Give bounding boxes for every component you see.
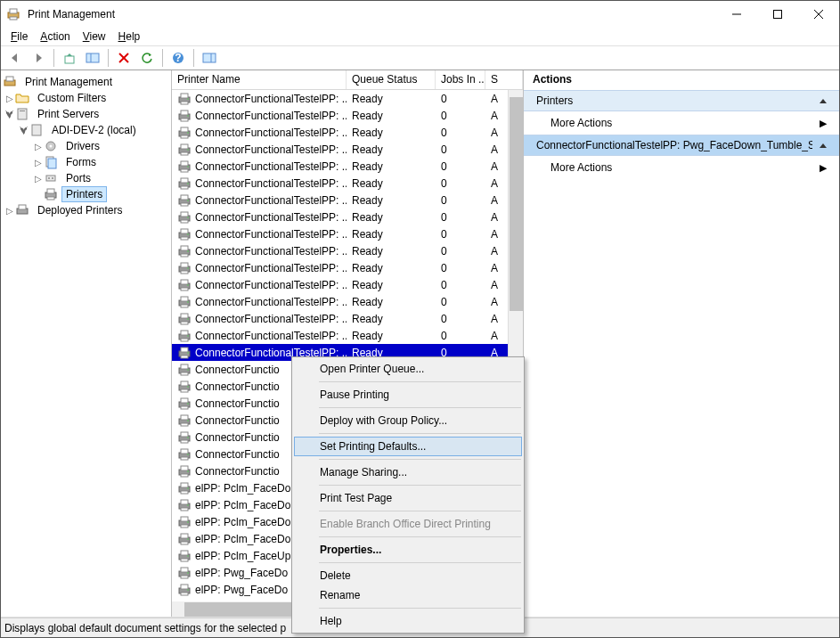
printer-jobs: 0 bbox=[436, 330, 485, 342]
svg-point-140 bbox=[187, 538, 189, 540]
svg-rect-114 bbox=[181, 432, 188, 437]
chevron-right-icon: ▶ bbox=[820, 118, 827, 129]
menu-help[interactable]: Help bbox=[112, 29, 147, 45]
ctx-pause[interactable]: Pause Printing bbox=[294, 385, 522, 405]
ctx-properties[interactable]: Properties... bbox=[294, 540, 522, 560]
tree-printers[interactable]: Printers bbox=[1, 186, 171, 202]
svg-point-52 bbox=[187, 166, 189, 168]
tree-server[interactable]: ⮟ ADI-DEV-2 (local) bbox=[1, 122, 171, 138]
tree-custom-filters[interactable]: ▷ Custom Filters bbox=[1, 90, 171, 106]
forward-button[interactable] bbox=[28, 48, 49, 68]
printer-name: ConnectorFunctio bbox=[195, 364, 280, 376]
tree-panel: Print Management ▷ Custom Filters ⮟ Prin… bbox=[1, 70, 172, 617]
svg-rect-54 bbox=[181, 178, 188, 183]
svg-point-68 bbox=[187, 233, 189, 235]
svg-rect-1 bbox=[10, 9, 17, 13]
printer-name: ConnectorFunctio bbox=[195, 397, 280, 410]
collapse-icon[interactable]: ⮟ bbox=[19, 126, 29, 135]
refresh-button[interactable] bbox=[136, 48, 158, 68]
svg-rect-126 bbox=[181, 483, 188, 487]
svg-rect-87 bbox=[181, 322, 188, 324]
printer-row[interactable]: ConnectorFunctionalTestelPP: ...Ready0A bbox=[172, 276, 523, 293]
up-button[interactable] bbox=[59, 48, 80, 68]
printer-status: Ready bbox=[347, 279, 436, 291]
column-queue-status[interactable]: Queue Status bbox=[347, 70, 436, 89]
menu-file[interactable]: File bbox=[4, 29, 34, 45]
svg-point-92 bbox=[187, 335, 189, 337]
svg-rect-8 bbox=[86, 53, 99, 62]
printer-jobs: 0 bbox=[436, 279, 485, 291]
menu-action[interactable]: Action bbox=[34, 29, 76, 45]
printer-row[interactable]: ConnectorFunctionalTestelPP: ...Ready0A bbox=[172, 192, 523, 209]
help-button[interactable]: ? bbox=[167, 48, 189, 68]
svg-rect-98 bbox=[181, 364, 188, 369]
printer-name: ConnectorFunctionalTestelPP: ... bbox=[195, 279, 347, 291]
printer-name: ConnectorFunctionalTestelPP: ... bbox=[195, 194, 347, 207]
tree-print-servers[interactable]: ⮟ Print Servers bbox=[1, 106, 171, 122]
printer-row[interactable]: ConnectorFunctionalTestelPP: ...Ready0A bbox=[172, 259, 523, 276]
collapse-icon bbox=[820, 143, 827, 148]
printer-row[interactable]: ConnectorFunctionalTestelPP: ...Ready0A bbox=[172, 175, 523, 192]
separator bbox=[319, 608, 521, 609]
expand-icon[interactable]: ▷ bbox=[33, 142, 44, 151]
ctx-open-queue[interactable]: Open Printer Queue... bbox=[294, 359, 522, 379]
deployed-icon bbox=[15, 203, 29, 217]
tree-forms[interactable]: ▷ Forms bbox=[1, 154, 171, 170]
printer-jobs: 0 bbox=[436, 296, 485, 308]
ctx-rename[interactable]: Rename bbox=[294, 585, 522, 605]
maximize-button[interactable] bbox=[757, 1, 798, 28]
printer-row[interactable]: ConnectorFunctionalTestelPP: ...Ready0A bbox=[172, 310, 523, 327]
expand-icon[interactable]: ▷ bbox=[33, 158, 44, 168]
printer-name: ConnectorFunctio bbox=[195, 448, 280, 461]
minimize-button[interactable] bbox=[716, 1, 757, 28]
column-more[interactable]: S bbox=[485, 70, 523, 89]
printer-row[interactable]: ConnectorFunctionalTestelPP: ...Ready0A bbox=[172, 158, 523, 175]
tree-drivers[interactable]: ▷ Drivers bbox=[1, 138, 171, 154]
tree-deployed[interactable]: ▷ Deployed Printers bbox=[1, 202, 171, 218]
scroll-thumb[interactable] bbox=[510, 97, 523, 311]
printer-row[interactable]: ConnectorFunctionalTestelPP: ...Ready0A bbox=[172, 225, 523, 242]
printer-row[interactable]: ConnectorFunctionalTestelPP: ...Ready0A bbox=[172, 141, 523, 158]
ctx-set-defaults[interactable]: Set Printing Defaults... bbox=[294, 437, 522, 456]
ctx-deploy[interactable]: Deploy with Group Policy... bbox=[294, 411, 522, 430]
printer-row[interactable]: ConnectorFunctionalTestelPP: ...Ready0A bbox=[172, 107, 523, 124]
expand-icon[interactable]: ▷ bbox=[4, 206, 15, 216]
actions-more-1[interactable]: More Actions ▶ bbox=[524, 111, 839, 135]
printer-row[interactable]: ConnectorFunctionalTestelPP: ...Ready0A bbox=[172, 242, 523, 259]
expand-icon[interactable]: ▷ bbox=[4, 94, 15, 103]
delete-button[interactable] bbox=[113, 48, 135, 68]
menu-view[interactable]: View bbox=[77, 29, 112, 45]
actions-section-printers[interactable]: Printers bbox=[524, 90, 839, 111]
svg-rect-94 bbox=[181, 348, 188, 352]
ctx-delete[interactable]: Delete bbox=[294, 566, 522, 585]
svg-point-148 bbox=[187, 572, 189, 574]
actions-more-2[interactable]: More Actions ▶ bbox=[524, 156, 839, 179]
close-button[interactable] bbox=[798, 1, 839, 28]
svg-rect-127 bbox=[181, 491, 188, 494]
ctx-manage-sharing[interactable]: Manage Sharing... bbox=[294, 462, 522, 482]
tree-ports[interactable]: ▷ Ports bbox=[1, 170, 171, 186]
svg-rect-122 bbox=[181, 466, 188, 470]
expand-icon[interactable]: ▷ bbox=[33, 174, 44, 184]
titlebar: Print Management bbox=[1, 1, 839, 28]
show-hide-button[interactable] bbox=[82, 48, 103, 68]
menubar: File Action View Help bbox=[1, 28, 839, 45]
tree-root[interactable]: Print Management bbox=[1, 74, 171, 90]
column-jobs[interactable]: Jobs In ... bbox=[436, 70, 485, 89]
printer-name: elPP: Pwg_FaceDo bbox=[195, 584, 288, 596]
printer-row[interactable]: ConnectorFunctionalTestelPP: ...Ready0A bbox=[172, 293, 523, 310]
list-header: Printer Name Queue Status Jobs In ... S bbox=[172, 70, 523, 90]
ctx-help[interactable]: Help bbox=[294, 611, 522, 631]
printer-row[interactable]: ConnectorFunctionalTestelPP: ...Ready0A bbox=[172, 124, 523, 141]
back-button[interactable] bbox=[4, 48, 26, 68]
svg-point-144 bbox=[187, 555, 189, 557]
actions-section-selected-printer[interactable]: ConnectorFunctionalTestelPP: Pwg_FaceDow… bbox=[524, 135, 839, 156]
printer-row[interactable]: ConnectorFunctionalTestelPP: ...Ready0A bbox=[172, 90, 523, 107]
printer-row[interactable]: ConnectorFunctionalTestelPP: ...Ready0A bbox=[172, 209, 523, 225]
svg-point-104 bbox=[187, 386, 189, 388]
collapse-icon[interactable]: ⮟ bbox=[4, 110, 15, 119]
action-pane-button[interactable] bbox=[199, 48, 220, 68]
column-printer-name[interactable]: Printer Name bbox=[172, 70, 347, 89]
printer-row[interactable]: ConnectorFunctionalTestelPP: ...Ready0A bbox=[172, 327, 523, 344]
ctx-test-page[interactable]: Print Test Page bbox=[294, 488, 522, 508]
